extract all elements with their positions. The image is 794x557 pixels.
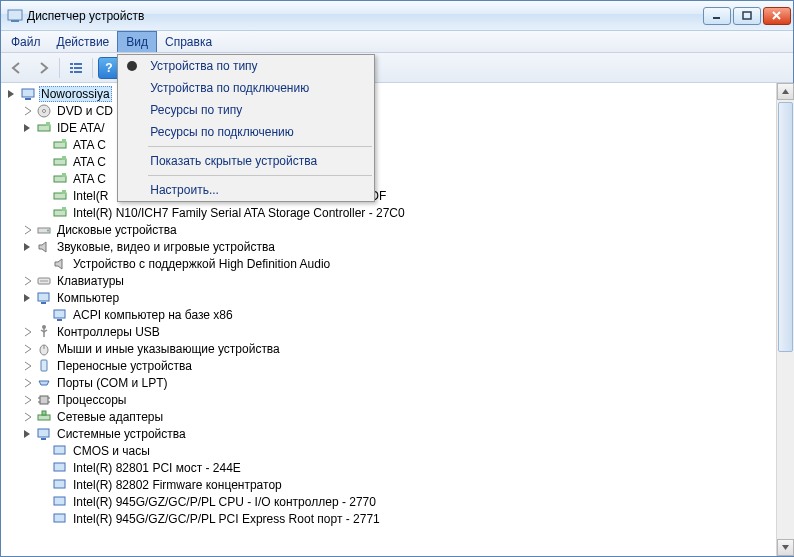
collapse-icon[interactable] [21, 240, 35, 254]
mouse-icon [36, 341, 52, 357]
view-res-by-type[interactable]: Ресурсы по типу [118, 99, 374, 121]
svg-rect-32 [38, 293, 49, 301]
speaker-icon [52, 256, 68, 272]
svg-rect-23 [62, 173, 66, 177]
scroll-up-button[interactable] [777, 83, 794, 100]
back-button[interactable] [5, 56, 29, 80]
svg-rect-17 [46, 122, 50, 126]
svg-rect-52 [54, 480, 65, 488]
menu-separator [148, 146, 372, 147]
forward-button[interactable] [31, 56, 55, 80]
tree-node-io[interactable]: Intel(R) 945G/GZ/GC/P/PL CPU - I/O контр… [3, 493, 776, 510]
svg-rect-19 [62, 139, 66, 143]
expand-icon[interactable] [21, 359, 35, 373]
svg-rect-8 [70, 67, 73, 69]
svg-rect-46 [38, 415, 50, 420]
svg-rect-10 [70, 71, 73, 73]
drive-icon [36, 222, 52, 238]
svg-rect-13 [25, 98, 31, 100]
expand-icon[interactable] [21, 410, 35, 424]
expand-icon[interactable] [21, 104, 35, 118]
port-icon [36, 375, 52, 391]
collapse-icon[interactable] [21, 291, 35, 305]
svg-rect-48 [38, 429, 49, 437]
system-icon [52, 511, 68, 527]
svg-rect-0 [8, 10, 22, 20]
disc-icon [36, 103, 52, 119]
tree-node-acpi[interactable]: ACPI компьютер на базе x86 [3, 306, 776, 323]
tree-node-disk[interactable]: Дисковые устройства [3, 221, 776, 238]
tree-node-ports[interactable]: Порты (COM и LPT) [3, 374, 776, 391]
svg-point-29 [47, 229, 49, 231]
app-icon [7, 8, 23, 24]
tree-node-pci[interactable]: Intel(R) 82801 PCI мост - 244E [3, 459, 776, 476]
tree-node-cpus[interactable]: Процессоры [3, 391, 776, 408]
view-show-hidden[interactable]: Показать скрытые устройства [118, 150, 374, 172]
view-customize[interactable]: Настроить... [118, 179, 374, 201]
view-res-by-connection[interactable]: Ресурсы по подключению [118, 121, 374, 143]
tree-node-network[interactable]: Сетевые адаптеры [3, 408, 776, 425]
expand-icon[interactable] [21, 325, 35, 339]
view-by-connection[interactable]: Устройства по подключению [118, 77, 374, 99]
collapse-icon[interactable] [5, 87, 19, 101]
svg-point-15 [43, 109, 46, 112]
expand-icon[interactable] [21, 342, 35, 356]
tree-node-sysdev[interactable]: Системные устройства [3, 425, 776, 442]
menu-action[interactable]: Действие [49, 31, 118, 52]
title-bar[interactable]: Диспетчер устройств [1, 1, 793, 31]
scroll-down-button[interactable] [777, 539, 794, 556]
svg-rect-49 [41, 438, 46, 440]
expand-icon[interactable] [21, 274, 35, 288]
tree-node-intel-n10[interactable]: Intel(R) N10/ICH7 Family Serial ATA Stor… [3, 204, 776, 221]
system-icon [52, 477, 68, 493]
expand-icon[interactable] [21, 223, 35, 237]
svg-rect-7 [74, 63, 82, 65]
svg-rect-50 [54, 446, 65, 454]
speaker-icon [36, 239, 52, 255]
tree-node-cmos[interactable]: CMOS и часы [3, 442, 776, 459]
vertical-scrollbar[interactable] [776, 83, 793, 556]
tree-node-usb[interactable]: Контроллеры USB [3, 323, 776, 340]
cpu-icon [36, 392, 52, 408]
tree-node-mice[interactable]: Мыши и иные указывающие устройства [3, 340, 776, 357]
keyboard-icon [36, 273, 52, 289]
svg-rect-33 [41, 302, 46, 304]
expand-icon[interactable] [21, 376, 35, 390]
tree-node-root2771[interactable]: Intel(R) 945G/GZ/GC/P/PL PCI Express Roo… [3, 510, 776, 527]
close-button[interactable] [763, 7, 791, 25]
tree-node-keyboards[interactable]: Клавиатуры [3, 272, 776, 289]
svg-rect-6 [70, 63, 73, 65]
toolbar-separator [59, 58, 60, 78]
menu-view[interactable]: Вид Устройства по типу Устройства по под… [117, 31, 157, 52]
tree-node-hdaudio[interactable]: Устройство с поддержкой High Definition … [3, 255, 776, 272]
tree-node-computer[interactable]: Компьютер [3, 289, 776, 306]
expand-icon[interactable] [21, 393, 35, 407]
window-frame: Диспетчер устройств Файл Действие Вид Ус… [0, 0, 794, 557]
toolbar-list-icon[interactable] [64, 56, 88, 80]
svg-rect-12 [22, 89, 34, 97]
tree-node-fw[interactable]: Intel(R) 82802 Firmware концентратор [3, 476, 776, 493]
menu-help[interactable]: Справка [157, 31, 220, 52]
scroll-thumb[interactable] [778, 102, 793, 352]
view-dropdown: Устройства по типу Устройства по подключ… [117, 54, 375, 202]
usb-icon [36, 324, 52, 340]
toolbar-separator [92, 58, 93, 78]
computer-icon [36, 290, 52, 306]
system-icon [52, 494, 68, 510]
minimize-button[interactable] [703, 7, 731, 25]
svg-rect-47 [42, 411, 46, 415]
menu-bar: Файл Действие Вид Устройства по типу Уст… [1, 31, 793, 53]
controller-icon [52, 205, 68, 221]
collapse-icon[interactable] [21, 427, 35, 441]
maximize-button[interactable] [733, 7, 761, 25]
svg-rect-40 [41, 360, 47, 371]
view-by-type[interactable]: Устройства по типу [118, 55, 374, 77]
scroll-track[interactable] [777, 100, 794, 539]
radio-selected-icon [127, 61, 137, 71]
menu-file[interactable]: Файл [3, 31, 49, 52]
svg-rect-9 [74, 67, 82, 69]
tree-node-portable[interactable]: Переносные устройства [3, 357, 776, 374]
collapse-icon[interactable] [21, 121, 35, 135]
tree-node-sound[interactable]: Звуковые, видео и игровые устройства [3, 238, 776, 255]
window-buttons [703, 7, 791, 25]
